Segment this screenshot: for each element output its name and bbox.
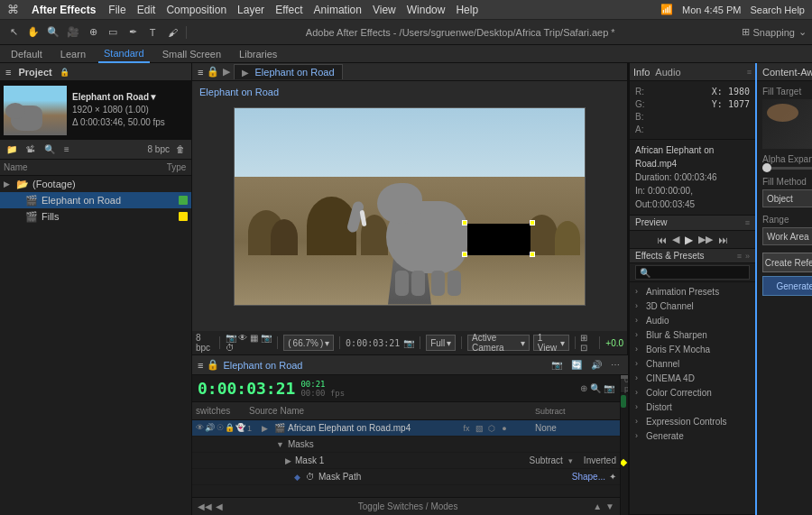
effect-audio[interactable]: › Audio: [630, 313, 755, 327]
menu-window[interactable]: Window: [407, 4, 446, 16]
mask-handle-bl[interactable]: [462, 252, 467, 257]
mask-handle-tr[interactable]: [462, 220, 467, 225]
project-item-footage[interactable]: ▶ 📂 (Footage): [0, 176, 191, 192]
layer-parent-none[interactable]: None: [535, 423, 616, 433]
caf-create-reference-btn[interactable]: Create Reference Frame: [762, 253, 812, 272]
project-item-elephant-on-road[interactable]: 🎬 Elephant on Road: [0, 192, 191, 208]
mask1-arrow[interactable]: ▶: [285, 456, 291, 465]
tl-render-btn[interactable]: 📷: [549, 360, 565, 370]
proj-btn-new-comp[interactable]: 📽: [23, 144, 38, 154]
menu-animation[interactable]: Animation: [314, 4, 362, 16]
effect-generate[interactable]: › Generate: [630, 428, 755, 443]
project-tab[interactable]: Project: [14, 67, 55, 78]
tool-anchor[interactable]: ⊕: [85, 24, 101, 41]
tl-arrow-up[interactable]: ▲: [593, 501, 602, 511]
tl-more-btn[interactable]: ⋯: [608, 360, 623, 370]
tool-select[interactable]: ↖: [5, 24, 22, 41]
tool-shape[interactable]: ▭: [105, 24, 121, 41]
tab-small-screen[interactable]: Small Screen: [157, 45, 226, 63]
menu-layer[interactable]: Layer: [237, 4, 264, 16]
tl-audio-btn[interactable]: 🔊: [588, 360, 604, 370]
caf-alpha-thumb[interactable]: [762, 163, 771, 172]
tool-text[interactable]: T: [144, 24, 161, 41]
vc-view[interactable]: Active Camera ▾: [467, 335, 530, 351]
vc-quality[interactable]: Full ▾: [426, 335, 456, 351]
keyframe-start[interactable]: [621, 459, 627, 466]
preview-play[interactable]: ▶: [685, 234, 693, 246]
vc-timecode[interactable]: 0:00:03:21: [346, 338, 400, 348]
preview-back-frame[interactable]: ◀: [672, 234, 679, 245]
timeline-layer-elephant[interactable]: 👁 🔊 ☉ 🔒 👻 1 ▶ 🎬 African Elephant on Road…: [192, 420, 620, 437]
shy-icon[interactable]: 👻: [235, 423, 245, 433]
switch-fx[interactable]: fx: [461, 424, 472, 433]
clock-icon[interactable]: ⏱: [306, 472, 315, 482]
mask-handle-tl[interactable]: [530, 220, 535, 225]
search-help[interactable]: Search Help: [750, 5, 805, 15]
mask-path-value[interactable]: Shape...: [572, 472, 605, 482]
timeline-comp-tab[interactable]: Elephant on Road: [223, 360, 302, 371]
menu-view[interactable]: View: [373, 4, 396, 16]
audio-tab[interactable]: Audio: [655, 67, 680, 78]
solo-icon[interactable]: ☉: [216, 423, 224, 433]
preview-first-frame[interactable]: ⏮: [657, 235, 667, 245]
proj-8bpc[interactable]: 8 bpc: [148, 144, 170, 154]
project-item-fills[interactable]: 🎬 Fills: [0, 208, 191, 225]
tl-arrow-down[interactable]: ▼: [605, 501, 614, 511]
switch-motion[interactable]: ●: [499, 424, 510, 433]
tab-learn[interactable]: Learn: [55, 45, 91, 63]
diamond-keyframe[interactable]: ◆: [294, 473, 300, 482]
preview-last-frame[interactable]: ⏭: [718, 235, 728, 245]
effect-expression[interactable]: › Expression Controls: [630, 414, 755, 428]
comp-tab[interactable]: ▶ Elephant on Road: [234, 64, 342, 79]
tab-standard[interactable]: Standard: [98, 45, 150, 63]
vc-1view[interactable]: 1 View ▾: [533, 335, 569, 351]
menu-file[interactable]: File: [108, 4, 125, 16]
menu-effect[interactable]: Effect: [275, 4, 302, 16]
tl-prev-key[interactable]: ◀: [216, 501, 223, 511]
time-counter-big[interactable]: 0:00:03:21: [198, 379, 295, 398]
switch-blend[interactable]: ▧: [474, 424, 484, 433]
effect-3d-channel[interactable]: › 3D Channel: [630, 299, 755, 313]
effect-animation-presets[interactable]: › Animation Presets: [630, 284, 755, 299]
mask-handle-br[interactable]: [530, 252, 535, 257]
tl-loop-btn[interactable]: 🔄: [568, 360, 585, 370]
eye-icon[interactable]: 👁: [196, 423, 204, 433]
tool-camera[interactable]: 🎥: [65, 24, 81, 41]
preview-fwd-frame[interactable]: ▶▶: [698, 234, 713, 245]
effect-distort[interactable]: › Distort: [630, 400, 755, 414]
mask1-mode[interactable]: Subtract: [530, 455, 563, 465]
tool-paint[interactable]: 🖌: [164, 24, 180, 41]
tl-frame-back[interactable]: ◀◀: [198, 501, 212, 511]
masks-arrow[interactable]: ▼: [276, 440, 284, 449]
effect-color-correction[interactable]: › Color Correction: [630, 385, 755, 400]
menu-composition[interactable]: Composition: [166, 4, 226, 16]
proj-btn-search[interactable]: 🔍: [42, 144, 58, 154]
lock-icon[interactable]: 🔒: [225, 423, 235, 433]
audio-icon[interactable]: 🔊: [205, 423, 215, 433]
effect-blur-sharpen[interactable]: › Blur & Sharpen: [630, 327, 755, 342]
layer-expand-arrow[interactable]: ▶: [262, 424, 272, 433]
menu-help[interactable]: Help: [456, 4, 478, 16]
menu-edit[interactable]: Edit: [137, 4, 156, 16]
effect-channel[interactable]: › Channel: [630, 356, 755, 371]
tab-libraries[interactable]: Libraries: [234, 45, 282, 63]
proj-btn-list[interactable]: ≡: [61, 144, 72, 154]
tab-default[interactable]: Default: [5, 45, 48, 63]
tool-zoom[interactable]: 🔍: [45, 24, 61, 41]
tl-toggle-label[interactable]: Toggle Switches / Modes: [223, 501, 593, 511]
proj-btn-new-folder[interactable]: 📁: [4, 144, 20, 154]
caf-range-dropdown[interactable]: Work Area ▾: [762, 227, 812, 245]
caf-fillmethod-dropdown[interactable]: Object ▾: [762, 189, 812, 207]
effect-cinema4d[interactable]: › CINEMA 4D: [630, 371, 755, 385]
vc-zoom[interactable]: ( 66.7% ) ▾: [283, 335, 334, 351]
proj-btn-delete[interactable]: 🗑: [173, 144, 188, 154]
caf-generate-fill-btn[interactable]: Generate Fill Layer: [762, 276, 812, 296]
tool-hand[interactable]: ✋: [25, 24, 42, 41]
switch-3d[interactable]: ⬡: [486, 424, 497, 433]
effect-boris[interactable]: › Boris FX Mocha: [630, 342, 755, 356]
tool-pen[interactable]: ✒: [125, 24, 141, 41]
caf-alpha-slider[interactable]: [762, 167, 812, 170]
effects-search-input[interactable]: [635, 265, 750, 280]
info-tab[interactable]: Info: [633, 67, 650, 78]
work-area-bar[interactable]: [621, 375, 628, 379]
